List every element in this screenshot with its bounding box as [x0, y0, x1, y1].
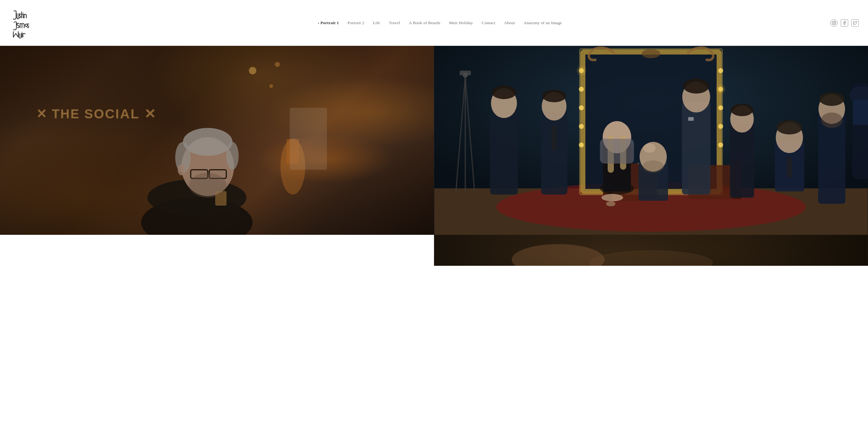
nav-portrait1[interactable]: Portrait 1	[318, 21, 339, 25]
svg-point-84	[821, 112, 843, 128]
svg-rect-57	[552, 126, 557, 150]
svg-rect-0	[832, 21, 836, 25]
svg-point-5	[269, 84, 273, 88]
photo-grid-wrapper: ✕ THE SOCIAL ✕	[0, 46, 868, 297]
photo-group-portrait[interactable]	[434, 46, 868, 235]
svg-point-35	[718, 68, 723, 73]
svg-point-40	[577, 66, 586, 75]
svg-rect-94	[460, 70, 471, 75]
bottom-partial-svg	[434, 235, 868, 266]
ambient-lights-svg	[0, 46, 434, 235]
svg-point-19	[189, 173, 226, 198]
svg-rect-66	[600, 139, 634, 164]
svg-point-33	[579, 124, 584, 129]
svg-point-3	[249, 67, 256, 74]
svg-point-34	[579, 142, 584, 147]
svg-rect-75	[730, 123, 754, 198]
svg-point-42	[642, 49, 660, 58]
logo-area[interactable]	[9, 6, 50, 40]
photo-grid: ✕ THE SOCIAL ✕	[0, 46, 868, 297]
nav-portrait2[interactable]: Portrait 2	[348, 21, 364, 25]
svg-point-54	[492, 85, 516, 99]
twitter-icon[interactable]	[851, 19, 859, 27]
svg-point-77	[731, 104, 753, 116]
instagram-icon[interactable]	[830, 19, 838, 27]
svg-point-64	[601, 194, 623, 201]
svg-point-39	[718, 142, 723, 147]
svg-point-12	[183, 128, 232, 156]
svg-point-58	[542, 90, 566, 102]
svg-rect-52	[490, 108, 518, 195]
nav-book-of-beards[interactable]: A Book of Beards	[409, 21, 440, 25]
facebook-icon[interactable]	[841, 19, 848, 27]
logo-svg	[11, 7, 45, 38]
main-content: ✕ THE SOCIAL ✕	[0, 46, 868, 297]
photo-bottom-partial[interactable]	[434, 235, 868, 266]
logo[interactable]	[9, 6, 46, 40]
svg-point-20	[178, 164, 185, 175]
svg-point-41	[716, 85, 725, 94]
svg-point-1	[833, 22, 835, 24]
site-header: Portrait 1 Portrait 2 Life Travel A Book…	[0, 0, 868, 46]
svg-rect-80	[787, 158, 792, 177]
svg-point-74	[683, 79, 709, 93]
svg-rect-71	[682, 102, 710, 195]
nav-life[interactable]: Life	[373, 21, 380, 25]
svg-point-2	[835, 22, 835, 22]
svg-point-32	[579, 105, 584, 110]
nav-travel[interactable]: Travel	[389, 21, 400, 25]
svg-point-38	[718, 124, 723, 129]
svg-rect-73	[688, 117, 694, 121]
nav-anatomy[interactable]: Anatomy of an Image	[524, 21, 562, 25]
svg-point-81	[776, 120, 802, 135]
photo-bottom-left-empty	[0, 266, 434, 297]
svg-rect-8	[290, 108, 327, 170]
svg-point-14	[226, 142, 239, 170]
svg-point-65	[606, 201, 615, 206]
svg-point-70	[642, 161, 664, 173]
svg-rect-89	[853, 100, 868, 125]
nav-about[interactable]: About	[504, 21, 515, 25]
svg-point-85	[819, 92, 844, 106]
main-nav: Portrait 1 Portrait 2 Life Travel A Book…	[50, 21, 830, 25]
svg-rect-55	[541, 111, 567, 195]
svg-point-4	[275, 62, 280, 67]
scene-overlay-right	[434, 46, 868, 235]
photo-man-bar[interactable]: ✕ THE SOCIAL ✕	[0, 46, 434, 235]
nav-muir-holiday[interactable]: Muir Holiday	[449, 21, 473, 25]
scene-overlay-left: ✕ THE SOCIAL ✕	[0, 46, 434, 235]
svg-point-69	[643, 143, 656, 153]
group-scene-svg	[434, 46, 868, 235]
svg-point-37	[718, 105, 723, 110]
nav-contact[interactable]: Contact	[482, 21, 495, 25]
svg-point-31	[579, 87, 584, 92]
social-icons	[830, 19, 859, 27]
